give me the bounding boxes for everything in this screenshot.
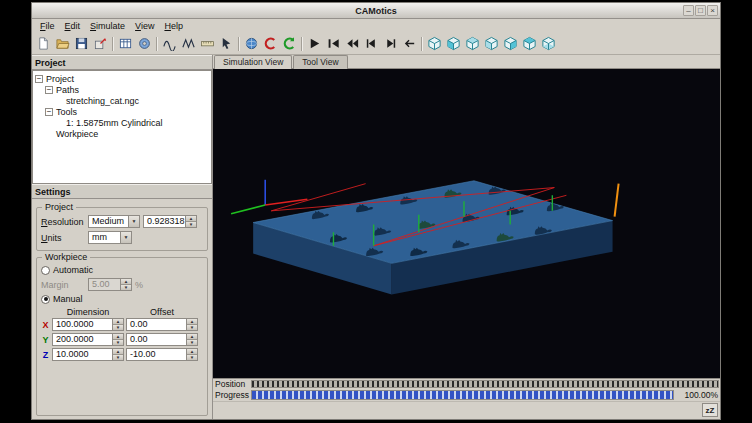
fast-rewind-button[interactable]	[343, 34, 362, 53]
menu-file[interactable]: File	[35, 20, 60, 32]
tree-item-project[interactable]: − Project	[35, 73, 211, 84]
project-panel-header[interactable]: Project	[32, 55, 212, 70]
sleep-indicator-button[interactable]: zZ	[702, 403, 718, 417]
progress-bar-fill	[252, 391, 673, 399]
play-button[interactable]	[305, 34, 324, 53]
units-select[interactable]: mm ▼	[88, 231, 132, 244]
manual-row: Manual	[41, 294, 203, 304]
right-view-button[interactable]	[501, 34, 520, 53]
bottom-view-button[interactable]	[539, 34, 558, 53]
main-area: Simulation View Tool View	[213, 55, 720, 419]
spin-down-button[interactable]: ▼	[187, 340, 197, 345]
maximize-button[interactable]: □	[695, 5, 706, 16]
save-project-button[interactable]	[72, 34, 91, 53]
z-offset-spinbox[interactable]: -10.00 ▲ ▼	[126, 348, 198, 361]
desktop: CAMotics – □ × File Edit Simulate View H…	[0, 0, 752, 423]
spin-buttons: ▲ ▼	[186, 319, 197, 330]
workpiece-settings-group: Workpiece Automatic Margin 5.00 ▲	[36, 257, 208, 416]
tab-simulation-view[interactable]: Simulation View	[214, 55, 292, 69]
collapse-icon[interactable]: −	[45, 108, 53, 116]
toolbar	[32, 33, 720, 55]
skip-to-start-button[interactable]	[324, 34, 343, 53]
perspective-view-button[interactable]	[242, 34, 261, 53]
tool-shape-button[interactable]	[135, 34, 154, 53]
stop-simulation-button[interactable]	[261, 34, 280, 53]
title-bar[interactable]: CAMotics – □ ×	[32, 3, 720, 19]
axis-x-label: X	[41, 320, 50, 330]
offset-column-header: Offset	[126, 307, 198, 317]
new-project-button[interactable]	[34, 34, 53, 53]
back-arrow-button[interactable]	[400, 34, 419, 53]
resolution-select[interactable]: Medium ▼	[88, 215, 140, 228]
settings-panel: Project Resolution Medium ▼ 0.928318 ▲	[32, 199, 212, 419]
step-forward-button[interactable]	[381, 34, 400, 53]
automatic-radio[interactable]	[41, 266, 50, 275]
tree-item-gcode-file[interactable]: stretching_cat.ngc	[35, 95, 211, 106]
resolution-label: Resolution	[41, 217, 85, 227]
select-pointer-button[interactable]	[217, 34, 236, 53]
toolbar-separator	[236, 36, 242, 52]
front-view-button[interactable]	[444, 34, 463, 53]
tree-item-tools[interactable]: − Tools	[35, 106, 211, 117]
toolbar-separator	[110, 36, 116, 52]
measure-button[interactable]	[198, 34, 217, 53]
close-button[interactable]: ×	[707, 5, 718, 16]
tab-tool-view[interactable]: Tool View	[293, 55, 347, 69]
window-title: CAMotics	[355, 6, 397, 16]
combo-value: mm	[89, 232, 120, 243]
spin-down-button[interactable]: ▼	[187, 355, 197, 360]
resolution-row: Resolution Medium ▼ 0.928318 ▲ ▼	[41, 215, 203, 228]
project-tree: − Project − Paths stretching_cat.ngc − T…	[32, 70, 212, 184]
chevron-down-icon[interactable]: ▼	[128, 216, 139, 227]
x-dimension-spinbox[interactable]: 100.0000 ▲ ▼	[52, 318, 124, 331]
window-controls: – □ ×	[683, 5, 718, 16]
dimension-table-header: Dimension Offset	[41, 307, 203, 317]
y-offset-spinbox[interactable]: 0.00 ▲ ▼	[126, 333, 198, 346]
edit-tool-table-button[interactable]	[116, 34, 135, 53]
spin-value: 0.00	[127, 334, 186, 345]
back-view-button[interactable]	[463, 34, 482, 53]
toolbar-separator	[154, 36, 160, 52]
x-offset-spinbox[interactable]: 0.00 ▲ ▼	[126, 318, 198, 331]
spin-down-button[interactable]: ▼	[113, 340, 123, 345]
chevron-down-icon[interactable]: ▼	[120, 232, 131, 243]
settings-panel-header[interactable]: Settings	[32, 184, 212, 199]
tree-item-tool-1[interactable]: 1: 1.5875mm Cylindrical	[35, 117, 211, 128]
reload-simulation-button[interactable]	[280, 34, 299, 53]
isometric-view-button[interactable]	[425, 34, 444, 53]
position-slider[interactable]	[251, 380, 719, 388]
tree-item-paths[interactable]: − Paths	[35, 84, 211, 95]
minimize-button[interactable]: –	[683, 5, 694, 16]
view-tab-bar: Simulation View Tool View	[213, 55, 720, 69]
spin-buttons: ▲ ▼	[112, 319, 123, 330]
manual-label: Manual	[53, 294, 83, 304]
position-row: Position	[213, 378, 720, 389]
step-back-button[interactable]	[362, 34, 381, 53]
spin-down-button[interactable]: ▼	[186, 222, 196, 227]
top-view-button[interactable]	[520, 34, 539, 53]
menu-edit[interactable]: Edit	[60, 20, 86, 32]
spin-down-button[interactable]: ▼	[113, 355, 123, 360]
y-dimension-spinbox[interactable]: 200.0000 ▲ ▼	[52, 333, 124, 346]
dimension-column-header: Dimension	[52, 307, 124, 317]
open-project-button[interactable]	[53, 34, 72, 53]
collapse-icon[interactable]: −	[35, 75, 43, 83]
menu-help[interactable]: Help	[159, 20, 188, 32]
wire-path-button[interactable]	[179, 34, 198, 53]
resolution-value-spinbox[interactable]: 0.928318 ▲ ▼	[143, 215, 197, 228]
left-panel: Project − Project − Paths stretching_cat…	[32, 55, 213, 419]
spin-down-button[interactable]: ▼	[113, 325, 123, 330]
z-dimension-spinbox[interactable]: 10.0000 ▲ ▼	[52, 348, 124, 361]
axis-y-row: Y 200.0000 ▲ ▼ 0.00	[41, 333, 203, 346]
menu-view[interactable]: View	[130, 20, 159, 32]
left-view-button[interactable]	[482, 34, 501, 53]
menu-simulate[interactable]: Simulate	[85, 20, 130, 32]
units-label: Units	[41, 233, 85, 243]
collapse-icon[interactable]: −	[45, 86, 53, 94]
simulation-viewport[interactable]	[213, 69, 720, 378]
smooth-path-button[interactable]	[160, 34, 179, 53]
manual-radio[interactable]	[41, 295, 50, 304]
export-surface-button[interactable]	[91, 34, 110, 53]
spin-down-button[interactable]: ▼	[187, 325, 197, 330]
tree-item-workpiece[interactable]: Workpiece	[35, 128, 211, 139]
